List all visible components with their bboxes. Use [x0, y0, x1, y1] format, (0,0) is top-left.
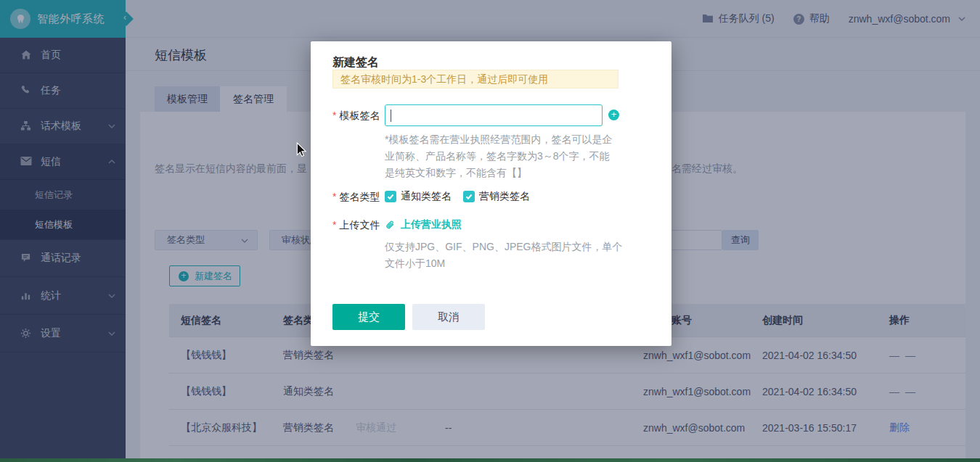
app-root: 智能外呼系统 首页 任务 话术模板 短信 短信记录 短信模板 通 [0, 0, 980, 462]
upload-hint: 仅支持JPG、GIF、PNG、JPEG格式图片文件，单个文件小于10M [385, 239, 632, 272]
submit-button[interactable]: 提交 [332, 304, 405, 330]
signature-field-label: *模板签名 [332, 110, 380, 123]
checkbox-marketing-type[interactable]: 营销类签名 [463, 190, 530, 203]
checkbox-checked-icon [385, 191, 396, 202]
checkbox-checked-icon [463, 191, 475, 202]
modal-title: 新建签名 [332, 55, 379, 70]
text-caret [391, 110, 391, 122]
audit-notice: 签名审核时间为1-3个工作日，通过后即可使用 [332, 70, 618, 88]
type-field-label: *签名类型 [332, 191, 380, 204]
paperclip-icon [385, 220, 396, 231]
signature-input[interactable] [385, 104, 603, 126]
checkbox-notification-type[interactable]: 通知类签名 [385, 190, 452, 203]
required-asterisk: * [332, 219, 336, 231]
required-asterisk: * [332, 110, 336, 121]
signature-hint: *模板签名需在营业执照经营范围内，签名可以是企业简称、产品名称等，签名字数为3～… [385, 131, 618, 181]
plus-circle-icon[interactable]: + [608, 110, 619, 120]
new-signature-modal: 新建签名 签名审核时间为1-3个工作日，通过后即可使用 *模板签名 + *模板签… [311, 41, 671, 346]
required-asterisk: * [332, 191, 336, 202]
upload-license-button[interactable]: 上传营业执照 [385, 218, 462, 231]
cancel-button[interactable]: 取消 [412, 304, 485, 330]
upload-field-label: *上传文件 [332, 219, 380, 232]
mouse-cursor [296, 142, 307, 157]
